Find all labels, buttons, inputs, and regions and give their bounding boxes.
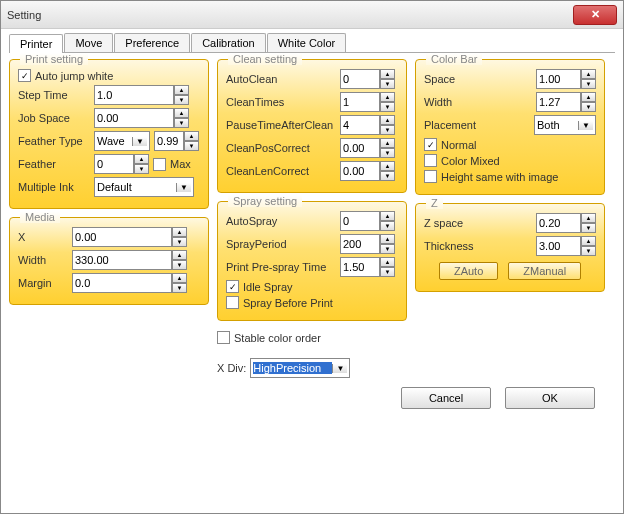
media-x-spinner[interactable]: ▲▼ (72, 227, 187, 247)
cb-normal-checkbox[interactable]: ✓ (424, 138, 437, 151)
spraybefore-checkbox[interactable] (226, 296, 239, 309)
window-title: Setting (7, 9, 573, 21)
xdiv-combo[interactable]: HighPrecision▼ (250, 358, 350, 378)
autospray-label: AutoSpray (226, 215, 336, 227)
feather-type-num-spinner[interactable]: ▲▼ (154, 131, 199, 151)
group-print-setting: Print setting ✓ Auto jump white Step Tim… (9, 59, 209, 209)
multiple-ink-label: Multiple Ink (18, 181, 90, 193)
max-checkbox[interactable] (153, 158, 166, 171)
tab-preference[interactable]: Preference (114, 33, 190, 52)
tab-white-color[interactable]: White Color (267, 33, 346, 52)
autospray-spinner[interactable]: ▲▼ (340, 211, 395, 231)
max-label: Max (170, 158, 191, 170)
media-margin-spinner[interactable]: ▲▼ (72, 273, 187, 293)
cb-placement-label: Placement (424, 119, 494, 131)
feather-type-label: Feather Type (18, 135, 90, 147)
feather-type-combo[interactable]: Wave▼ (94, 131, 150, 151)
spin-up-icon[interactable]: ▲ (174, 85, 189, 95)
stable-color-order-checkbox[interactable] (217, 331, 230, 344)
multiple-ink-combo[interactable]: Default▼ (94, 177, 194, 197)
spraybefore-label: Spray Before Print (243, 297, 333, 309)
tab-calibration[interactable]: Calibration (191, 33, 266, 52)
cleanpos-spinner[interactable]: ▲▼ (340, 138, 395, 158)
group-color-bar: Color Bar Space▲▼ Width▲▼ PlacementBoth▼… (415, 59, 605, 195)
group-z: Z Z space▲▼ Thickness▲▼ ZAuto ZManual (415, 203, 605, 292)
prespray-spinner[interactable]: ▲▼ (340, 257, 395, 277)
cb-space-spinner[interactable]: ▲▼ (536, 69, 596, 89)
tab-strip: Printer Move Preference Calibration Whit… (9, 33, 615, 53)
feather-spinner[interactable]: ▲▼ (94, 154, 149, 174)
pausetime-label: PauseTimeAfterClean (226, 119, 336, 131)
cb-placement-combo[interactable]: Both▼ (534, 115, 596, 135)
chevron-down-icon: ▼ (176, 183, 191, 192)
autoclean-label: AutoClean (226, 73, 336, 85)
ok-button[interactable]: OK (505, 387, 595, 409)
legend-spray-setting: Spray setting (228, 195, 302, 207)
stable-color-order-label: Stable color order (234, 332, 321, 344)
cleantimes-label: CleanTimes (226, 96, 336, 108)
legend-z: Z (426, 197, 443, 209)
step-time-spinner[interactable]: ▲▼ (94, 85, 189, 105)
tab-move[interactable]: Move (64, 33, 113, 52)
idlespray-label: Idle Spray (243, 281, 293, 293)
legend-print-setting: Print setting (20, 53, 88, 65)
zspace-label: Z space (424, 217, 494, 229)
auto-jump-white-checkbox[interactable]: ✓ (18, 69, 31, 82)
media-margin-label: Margin (18, 277, 68, 289)
sprayperiod-label: SprayPeriod (226, 238, 336, 250)
media-width-spinner[interactable]: ▲▼ (72, 250, 187, 270)
chevron-down-icon: ▼ (132, 137, 147, 146)
settings-window: Setting ✕ Printer Move Preference Calibr… (0, 0, 624, 514)
chevron-down-icon: ▼ (578, 121, 593, 130)
cleanpos-label: CleanPosCorrect (226, 142, 336, 154)
close-icon: ✕ (591, 8, 600, 21)
legend-clean-setting: Clean setting (228, 53, 302, 65)
cleanlen-spinner[interactable]: ▲▼ (340, 161, 395, 181)
cb-colormixed-checkbox[interactable] (424, 154, 437, 167)
cb-heightsame-checkbox[interactable] (424, 170, 437, 183)
legend-color-bar: Color Bar (426, 53, 482, 65)
thickness-label: Thickness (424, 240, 494, 252)
cleantimes-spinner[interactable]: ▲▼ (340, 92, 395, 112)
job-space-label: Job Space (18, 112, 90, 124)
cb-width-label: Width (424, 96, 494, 108)
cancel-button[interactable]: Cancel (401, 387, 491, 409)
spin-down-icon[interactable]: ▼ (174, 95, 189, 105)
media-width-label: Width (18, 254, 68, 266)
group-media: Media X ▲▼ Width ▲▼ Margin ▲▼ (9, 217, 209, 305)
cb-colormixed-label: Color Mixed (441, 155, 500, 167)
job-space-spinner[interactable]: ▲▼ (94, 108, 189, 128)
zauto-button[interactable]: ZAuto (439, 262, 498, 280)
legend-media: Media (20, 211, 60, 223)
chevron-down-icon: ▼ (332, 364, 347, 373)
zspace-spinner[interactable]: ▲▼ (536, 213, 596, 233)
cb-space-label: Space (424, 73, 494, 85)
prespray-label: Print Pre-spray Time (226, 261, 336, 273)
group-spray-setting: Spray setting AutoSpray▲▼ SprayPeriod▲▼ … (217, 201, 407, 321)
xdiv-label: X Div: (217, 362, 246, 374)
close-button[interactable]: ✕ (573, 5, 617, 25)
cleanlen-label: CleanLenCorrect (226, 165, 336, 177)
thickness-spinner[interactable]: ▲▼ (536, 236, 596, 256)
tab-printer[interactable]: Printer (9, 34, 63, 53)
pausetime-spinner[interactable]: ▲▼ (340, 115, 395, 135)
cb-heightsame-label: Height same with image (441, 171, 558, 183)
zmanual-button[interactable]: ZManual (508, 262, 581, 280)
sprayperiod-spinner[interactable]: ▲▼ (340, 234, 395, 254)
feather-label: Feather (18, 158, 90, 170)
cb-width-spinner[interactable]: ▲▼ (536, 92, 596, 112)
auto-jump-white-label: Auto jump white (35, 70, 113, 82)
autoclean-spinner[interactable]: ▲▼ (340, 69, 395, 89)
group-clean-setting: Clean setting AutoClean▲▼ CleanTimes▲▼ P… (217, 59, 407, 193)
cb-normal-label: Normal (441, 139, 476, 151)
titlebar: Setting ✕ (1, 1, 623, 29)
idlespray-checkbox[interactable]: ✓ (226, 280, 239, 293)
media-x-label: X (18, 231, 68, 243)
step-time-label: Step Time (18, 89, 90, 101)
